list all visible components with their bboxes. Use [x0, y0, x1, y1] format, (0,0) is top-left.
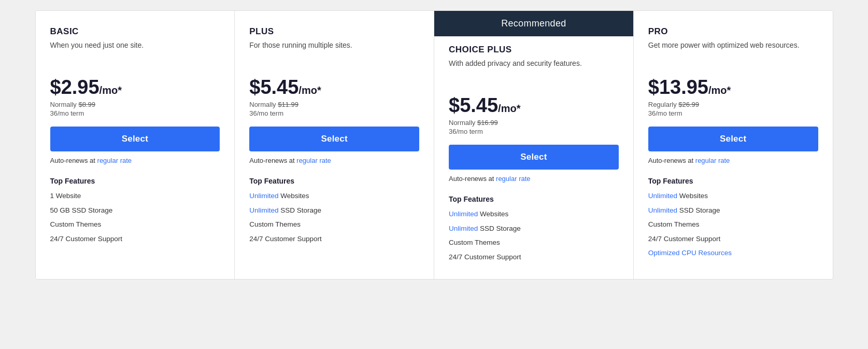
plan-card-pro: PROGet more power with optimized web res…: [634, 11, 833, 279]
plan-price: $13.95/mo*: [648, 76, 818, 99]
select-button-pro[interactable]: Select: [648, 127, 818, 151]
feature-item: 24/7 Customer Support: [648, 234, 818, 244]
plan-desc: With added privacy and security features…: [449, 58, 619, 85]
plan-name: PRO: [648, 26, 818, 37]
feature-item: 24/7 Customer Support: [449, 253, 619, 262]
plan-card-basic: BASICWhen you need just one site.$2.95/m…: [36, 11, 235, 279]
plan-name: CHOICE PLUS: [449, 45, 619, 55]
feature-list: Unlimited WebsitesUnlimited SSD StorageC…: [648, 191, 818, 263]
plan-card-plus: PLUSFor those running multiple sites.$5.…: [235, 11, 434, 279]
feature-item: 24/7 Customer Support: [50, 234, 220, 244]
plan-term: 36/mo term: [449, 128, 619, 135]
top-features-label: Top Features: [249, 177, 419, 185]
regular-rate-link[interactable]: regular rate: [97, 157, 132, 164]
plan-price: $2.95/mo*: [50, 76, 220, 99]
feature-item: Unlimited SSD Storage: [449, 224, 619, 233]
plan-desc: When you need just one site.: [50, 40, 220, 67]
plan-price: $5.45/mo*: [249, 76, 419, 99]
plan-normally: Normally $16.99: [449, 119, 619, 127]
feature-item: Optimized CPU Resources: [648, 248, 818, 258]
regular-rate-link[interactable]: regular rate: [695, 157, 730, 164]
feature-item: 1 Website: [50, 191, 220, 201]
regular-rate-link[interactable]: regular rate: [496, 175, 530, 183]
feature-list: Unlimited WebsitesUnlimited SSD StorageC…: [249, 191, 419, 248]
plan-term: 36/mo term: [648, 109, 818, 117]
select-button-plus[interactable]: Select: [249, 127, 419, 151]
feature-item: 24/7 Customer Support: [249, 234, 419, 244]
top-features-label: Top Features: [648, 177, 818, 185]
plan-price: $5.45/mo*: [449, 94, 619, 117]
feature-item: Unlimited Websites: [449, 210, 619, 219]
auto-renews: Auto-renews at regular rate: [449, 175, 619, 183]
feature-item: Unlimited Websites: [648, 191, 818, 201]
plan-card-choice-plus: RecommendedCHOICE PLUSWith added privacy…: [434, 11, 634, 279]
auto-renews: Auto-renews at regular rate: [50, 157, 220, 164]
plan-normally: Regularly $26.99: [648, 101, 818, 108]
plan-desc: For those running multiple sites.: [249, 40, 419, 67]
plan-normally: Normally $8.99: [50, 101, 220, 108]
feature-item: Custom Themes: [449, 238, 619, 247]
top-features-label: Top Features: [449, 195, 619, 203]
pricing-table: BASICWhen you need just one site.$2.95/m…: [35, 10, 833, 280]
auto-renews: Auto-renews at regular rate: [648, 157, 818, 164]
plan-term: 36/mo term: [249, 109, 419, 117]
feature-item: Unlimited Websites: [249, 191, 419, 201]
feature-list: Unlimited WebsitesUnlimited SSD StorageC…: [449, 210, 619, 267]
plan-name: BASIC: [50, 26, 220, 37]
select-button-choice-plus[interactable]: Select: [449, 145, 619, 170]
plan-desc: Get more power with optimized web resour…: [648, 40, 818, 67]
regular-rate-link[interactable]: regular rate: [296, 157, 331, 164]
feature-item: Unlimited SSD Storage: [249, 206, 419, 215]
auto-renews: Auto-renews at regular rate: [249, 157, 419, 164]
feature-item: Custom Themes: [50, 220, 220, 229]
feature-item: Unlimited SSD Storage: [648, 206, 818, 215]
feature-item: 50 GB SSD Storage: [50, 206, 220, 215]
feature-item: Custom Themes: [648, 220, 818, 229]
top-features-label: Top Features: [50, 177, 220, 185]
plan-normally: Normally $11.99: [249, 101, 419, 108]
feature-item: Custom Themes: [249, 220, 419, 229]
plan-name: PLUS: [249, 26, 419, 37]
select-button-basic[interactable]: Select: [50, 127, 220, 151]
plan-term: 36/mo term: [50, 109, 220, 117]
recommended-banner: Recommended: [434, 11, 633, 36]
feature-list: 1 Website50 GB SSD StorageCustom Themes2…: [50, 191, 220, 248]
